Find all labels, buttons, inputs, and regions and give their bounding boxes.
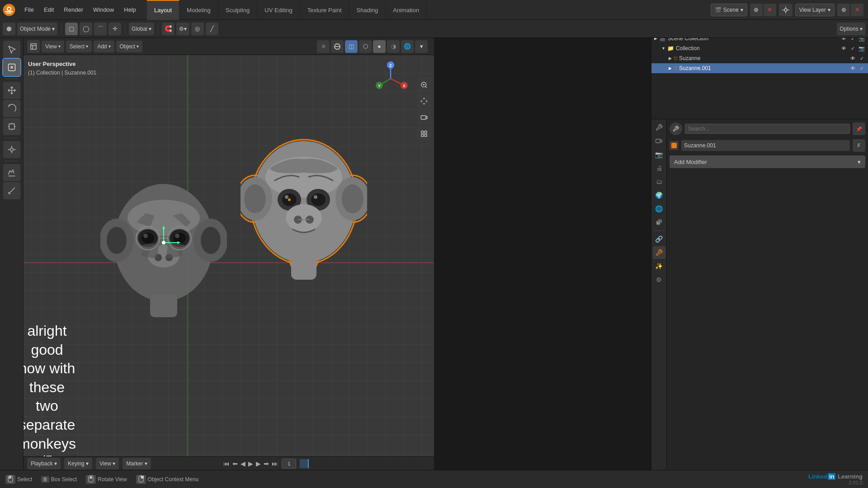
prop-render-icon[interactable]: 📷: [653, 148, 665, 161]
material-preview-btn[interactable]: ◑: [387, 40, 400, 53]
tab-animation[interactable]: Animation: [386, 0, 427, 20]
tab-sculpting[interactable]: Sculpting: [218, 0, 257, 20]
select-tool[interactable]: [3, 59, 20, 76]
current-frame[interactable]: 1: [282, 459, 296, 469]
scale-tool[interactable]: [3, 118, 20, 135]
proportional-settings[interactable]: ╱: [206, 23, 218, 35]
select-box-tool[interactable]: ▢: [65, 23, 78, 35]
timeline-playback[interactable]: Playback ▾: [27, 458, 61, 469]
wireframe-btn[interactable]: ⬡: [359, 40, 372, 53]
snap-settings[interactable]: ⚙▾: [176, 23, 189, 35]
transform-orientation[interactable]: Global▾: [129, 23, 154, 35]
next-frame-btn[interactable]: ▶: [256, 460, 261, 467]
menu-help[interactable]: Help: [119, 5, 141, 15]
solid-btn[interactable]: ●: [373, 40, 386, 53]
prop-output-icon[interactable]: 🖨: [653, 162, 665, 174]
render-engine-icon[interactable]: [779, 4, 793, 16]
suzanne-001-item[interactable]: ▶ ▽ Suzanne.001 👁 ✓: [651, 63, 868, 73]
timeline-keying[interactable]: Keying ▾: [64, 458, 92, 469]
xray-toggle[interactable]: ◫: [345, 40, 358, 53]
measure-tool[interactable]: [3, 182, 20, 199]
prop-object-icon[interactable]: [653, 216, 665, 229]
scene-selector[interactable]: 🎬 Scene ▾: [711, 4, 747, 16]
view-layer-copy-btn[interactable]: ⊕: [837, 4, 850, 16]
rotate-tool[interactable]: [3, 100, 20, 117]
prop-scene-icon[interactable]: [653, 135, 665, 147]
add-menu[interactable]: Add: [94, 41, 114, 52]
options-btn[interactable]: Options ▾: [837, 23, 865, 35]
viewport-canvas[interactable]: User Perspective (1) Collection | Suzann…: [24, 55, 434, 470]
timeline-marker[interactable]: Marker ▾: [123, 458, 151, 469]
jump-start-btn[interactable]: ⏮: [223, 460, 230, 467]
object-menu[interactable]: Object: [116, 41, 143, 52]
select-menu[interactable]: Select: [66, 41, 92, 52]
render-preview-btn[interactable]: 🌐: [401, 40, 414, 53]
prop-physics-icon[interactable]: ⚙: [653, 273, 665, 286]
play-btn[interactable]: ▶: [248, 460, 253, 467]
select-circle-tool[interactable]: ◯: [80, 23, 92, 35]
prop-particles-icon[interactable]: ✨: [653, 260, 665, 272]
prev-frame-btn[interactable]: ◀: [241, 460, 245, 467]
tab-layout[interactable]: Layout: [147, 0, 179, 20]
add-modifier-button[interactable]: Add Modifier ▾: [670, 155, 865, 168]
suzanne-item[interactable]: ▶ ▽ Suzanne 👁 ✓: [651, 53, 868, 63]
timeline-view[interactable]: View ▾: [96, 458, 119, 469]
tab-modeling[interactable]: Modeling: [179, 0, 218, 20]
prop-constraint-icon[interactable]: 🔗: [653, 233, 665, 245]
next-keyframe-btn[interactable]: ➡: [264, 460, 269, 467]
shading-options[interactable]: ▾: [415, 40, 428, 53]
zoom-icon[interactable]: [417, 78, 431, 92]
menu-render[interactable]: Render: [59, 5, 88, 15]
prop-world-icon[interactable]: 🌐: [653, 202, 665, 215]
grid-view-icon[interactable]: [417, 127, 431, 141]
tab-shading[interactable]: Shading: [349, 0, 386, 20]
proportional-edit[interactable]: ◎: [191, 23, 204, 35]
view-layer-close-btn[interactable]: ✕: [851, 4, 863, 16]
prop-viewlayer-icon[interactable]: 🗂: [653, 175, 665, 188]
suz001-check[interactable]: ✓: [858, 65, 865, 72]
transform-tool[interactable]: [3, 141, 20, 158]
prop-pin[interactable]: 📌: [853, 122, 865, 135]
overlay-toggle[interactable]: [331, 40, 344, 53]
collection-item[interactable]: ▼ 📁 Collection 👁 ✓ 📷: [651, 43, 868, 53]
annotate-tool[interactable]: [3, 164, 20, 181]
menu-file[interactable]: File: [20, 5, 38, 15]
menu-edit[interactable]: Edit: [39, 5, 58, 15]
tweak-tool[interactable]: ✛: [108, 23, 121, 35]
object-mode-selector[interactable]: Object Mode ▾: [17, 23, 57, 35]
viewport[interactable]: View Select Add Object ⊕ ◫ ⬡ ● ◑ 🌐 ▾: [24, 38, 434, 470]
axis-gizmo[interactable]: Z X Y: [373, 61, 409, 97]
suz-eye[interactable]: 👁: [849, 55, 856, 62]
prop-scenedata-icon[interactable]: 🌍: [653, 189, 665, 202]
suz001-eye[interactable]: 👁: [849, 65, 856, 72]
object-name-display[interactable]: Suzanne.001: [681, 140, 850, 151]
prop-tool-icon[interactable]: [653, 121, 665, 134]
scene-close-btn[interactable]: ✕: [764, 4, 776, 16]
vp-editor-type[interactable]: [27, 40, 40, 53]
view-layer-selector[interactable]: View Layer ▾: [795, 4, 835, 16]
camera-view-icon[interactable]: [417, 110, 431, 125]
svg-rect-12: [9, 124, 14, 129]
move-tool[interactable]: [3, 82, 20, 99]
prev-keyframe-btn[interactable]: ⬅: [232, 460, 238, 467]
suzanne-001-label: Suzanne.001: [679, 65, 711, 71]
select-lasso-tool[interactable]: ⌒: [94, 23, 107, 35]
jump-end-btn[interactable]: ⏭: [272, 460, 278, 467]
menu-window[interactable]: Window: [89, 5, 118, 15]
gizmo-toggle[interactable]: ⊕: [317, 40, 330, 53]
prop-modifier-icon[interactable]: [653, 246, 665, 259]
properties-search[interactable]: [685, 124, 850, 134]
cursor-tool[interactable]: [3, 41, 20, 58]
view-menu[interactable]: View: [42, 41, 64, 52]
timeline-track[interactable]: [300, 459, 430, 468]
tab-uv-editing[interactable]: UV Editing: [257, 0, 300, 20]
coll-eye[interactable]: 👁: [840, 45, 847, 52]
snap-toggle[interactable]: 🧲: [162, 23, 175, 35]
scene-copy-btn[interactable]: ⊕: [750, 4, 763, 16]
tab-texture-paint[interactable]: Texture Paint: [300, 0, 349, 20]
fake-user-btn[interactable]: F: [853, 139, 865, 152]
pan-icon[interactable]: [417, 94, 431, 108]
coll-checkbox[interactable]: ✓: [849, 45, 856, 52]
coll-render[interactable]: 📷: [858, 45, 865, 52]
suz-check[interactable]: ✓: [858, 55, 865, 62]
